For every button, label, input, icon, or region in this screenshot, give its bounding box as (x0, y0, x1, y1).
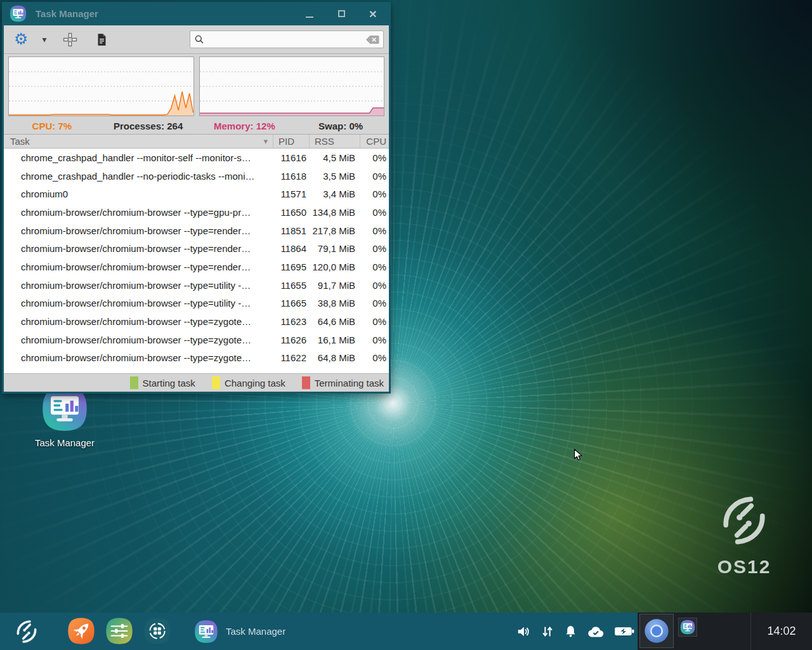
pid-cell: 11864 (273, 243, 310, 254)
settings-dropdown-button[interactable]: ▾ (28, 29, 46, 50)
launcher-rocket[interactable] (67, 617, 95, 645)
search-input[interactable] (204, 34, 365, 44)
pid-cell: 11695 (273, 262, 310, 272)
task-cell: chromium-browser/chromium-browser --type… (4, 243, 273, 254)
start-menu-button[interactable] (10, 618, 43, 644)
table-row[interactable]: chromium-browser/chromium-browser --type… (4, 203, 389, 222)
network-activity-button[interactable] (540, 624, 554, 639)
launcher-settings[interactable] (105, 617, 133, 645)
table-row[interactable]: chrome_crashpad_handler --no-periodic-ta… (4, 167, 389, 185)
bell-icon (564, 624, 577, 639)
cpu-cell: 0% (360, 280, 389, 291)
task-manager-icon (194, 620, 218, 644)
task-cell: chromium-browser/chromium-browser --type… (4, 316, 273, 327)
rss-cell: 79,1 MiB (310, 243, 360, 254)
column-header-cpu[interactable]: CPU (360, 135, 389, 148)
pick-window-button[interactable] (63, 29, 77, 50)
minimize-button[interactable] (304, 9, 315, 19)
task-manager-tray-button[interactable] (678, 618, 697, 637)
table-row[interactable]: chromium-browser/chromium-browser --type… (4, 276, 389, 295)
taskbar-window-button[interactable]: Task Manager (192, 613, 294, 650)
cpu-cell: 0% (360, 225, 389, 236)
chromium-tray-button[interactable] (639, 614, 674, 648)
cpu-cell: 0% (360, 152, 389, 163)
terminating-task-swatch (302, 376, 310, 389)
battery-button[interactable] (614, 626, 634, 637)
task-cell: chrome_crashpad_handler --monitor-self -… (4, 152, 273, 163)
cloud-check-icon (587, 625, 605, 638)
table-row[interactable]: chromium-browser/chromium-browser --type… (4, 222, 389, 240)
volume-icon (516, 625, 531, 639)
table-row[interactable]: chromium-browser/chromium-browser --type… (4, 295, 389, 313)
pid-cell: 11655 (273, 280, 310, 291)
rss-cell: 64,8 MiB (310, 352, 360, 363)
status-line: CPU: 7% Processes: 264 Memory: 12% Swap:… (4, 117, 389, 134)
notifications-button[interactable] (564, 624, 577, 639)
process-details-button[interactable] (96, 29, 107, 50)
clear-search-button[interactable] (365, 35, 379, 44)
starting-task-swatch (130, 376, 138, 389)
cloud-sync-button[interactable] (587, 625, 605, 638)
taskbar-clock[interactable]: 14:02 (751, 613, 812, 650)
sort-descending-icon: ▾ (263, 136, 273, 146)
table-row[interactable]: chromium-browser/chromium-browser --type… (4, 349, 389, 368)
memory-status: Memory: 12% (197, 121, 293, 131)
shortcut-label: Task Manager (16, 437, 113, 448)
table-row[interactable]: chrome_crashpad_handler --monitor-self -… (4, 149, 389, 167)
backspace-clear-icon (365, 35, 379, 44)
rss-cell: 217,8 MiB (310, 225, 360, 236)
rocket-icon (67, 617, 95, 645)
task-cell: chromium-browser/chromium-browser --type… (4, 262, 273, 272)
close-button[interactable]: × (368, 9, 378, 19)
rss-cell: 4,5 MiB (310, 152, 360, 163)
pid-cell: 11616 (273, 152, 310, 163)
table-row[interactable]: chromium-browser/chromium-browser --type… (4, 239, 389, 258)
cpu-cell: 0% (360, 207, 389, 218)
task-cell: chromium-browser/chromium-browser --type… (4, 335, 273, 345)
os-brand-watermark: OS12 (703, 495, 785, 578)
cpu-status: CPU: 7% (4, 121, 100, 131)
task-manager-tray-icon (680, 620, 695, 635)
taskbar: Task Manager (0, 613, 812, 650)
volume-button[interactable] (516, 625, 531, 639)
chevron-down-icon: ▾ (42, 34, 46, 44)
column-header-rss[interactable]: RSS (310, 135, 360, 148)
maximize-button[interactable] (336, 9, 346, 19)
cpu-graph-panel (8, 56, 194, 116)
os12-logo-icon (719, 495, 769, 546)
pid-cell: 11571 (273, 189, 310, 199)
table-row[interactable]: chromium-browser/chromium-browser --type… (4, 312, 389, 331)
gear-icon: ⚙ (14, 30, 28, 49)
pid-cell: 11626 (273, 335, 310, 345)
launcher-app-grid[interactable] (143, 617, 171, 645)
process-table-body[interactable]: chrome_crashpad_handler --monitor-self -… (4, 149, 389, 373)
legend-changing-task: Changing task (212, 376, 285, 389)
legend-bar: Starting task Changing task Terminating … (4, 373, 389, 392)
pid-cell: 11665 (273, 298, 310, 308)
desktop: OS12 Task Manager Task Manager × ⚙ ▾ (0, 0, 812, 650)
titlebar[interactable]: Task Manager × (2, 2, 391, 25)
cpu-cell: 0% (360, 262, 389, 272)
settings-button[interactable]: ⚙ (14, 29, 28, 50)
tray-panel: 14:02 (638, 613, 812, 650)
app-grid-icon (143, 617, 171, 645)
column-header-task[interactable]: Task ▾ (4, 135, 273, 148)
table-row[interactable]: chromium-browser/chromium-browser --type… (4, 258, 389, 276)
legend-starting-task: Starting task (130, 376, 195, 389)
legend-terminating-task: Terminating task (302, 376, 384, 389)
rss-cell: 3,4 MiB (310, 189, 360, 199)
task-cell: chromium0 (4, 189, 273, 199)
column-header-pid[interactable]: PID (273, 135, 310, 148)
pid-cell: 11851 (273, 225, 310, 236)
memory-graph-panel (199, 56, 385, 116)
cpu-cell: 0% (360, 335, 389, 345)
cpu-cell: 0% (360, 298, 389, 308)
task-cell: chromium-browser/chromium-browser --type… (4, 207, 273, 218)
pid-cell: 11618 (273, 171, 310, 182)
table-row[interactable]: chromium-browser/chromium-browser --type… (4, 331, 389, 349)
crosshair-icon (63, 32, 77, 47)
swap-status: Swap: 0% (292, 121, 389, 131)
table-row[interactable]: chromium0 11571 3,4 MiB 0% (4, 185, 389, 203)
rss-cell: 120,0 MiB (310, 262, 360, 272)
desktop-shortcut-task-manager[interactable]: Task Manager (16, 385, 113, 448)
